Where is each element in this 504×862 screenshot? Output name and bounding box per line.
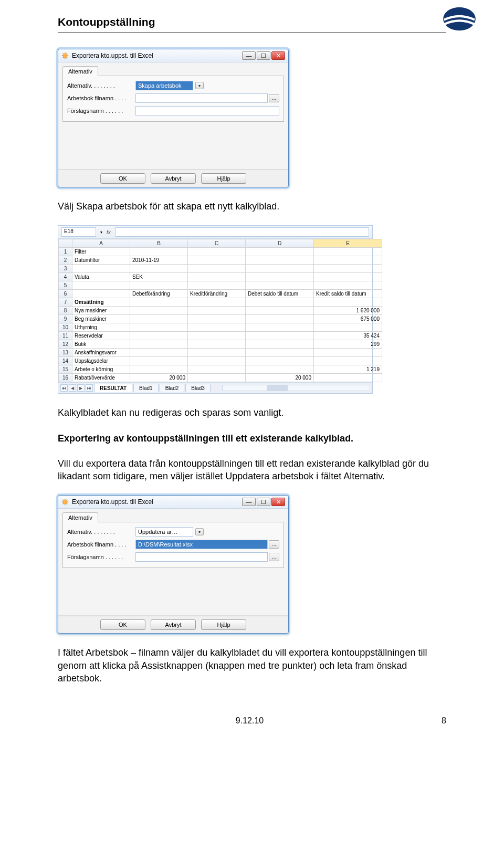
chevron-down-icon[interactable] (195, 528, 204, 535)
col-C[interactable]: C (188, 239, 246, 248)
svg-line-17 (63, 503, 64, 504)
help-button[interactable]: Hjälp (201, 619, 246, 630)
cancel-button[interactable]: Avbryt (151, 173, 196, 184)
svg-line-15 (63, 500, 64, 501)
dialog-titlebar[interactable]: Exportera kto.uppst. till Excel — ☐ ✕ (58, 496, 288, 509)
maximize-button[interactable]: ☐ (257, 51, 270, 60)
col-B[interactable]: B (130, 239, 188, 248)
close-button[interactable]: ✕ (271, 498, 285, 506)
wb-field[interactable] (135, 93, 268, 103)
ok-button[interactable]: OK (100, 619, 145, 630)
svg-line-9 (67, 54, 68, 55)
sheet-nav-last[interactable]: ⏭ (86, 384, 93, 392)
para-3: Vill du exportera data från kontouppstäl… (58, 457, 446, 483)
assist-button[interactable]: … (269, 540, 279, 549)
sheet-tab-1[interactable]: Blad1 (133, 384, 159, 392)
maximize-button[interactable]: ☐ (257, 498, 270, 506)
export-dialog-1: Exportera kto.uppst. till Excel — ☐ ✕ Al… (58, 49, 289, 187)
footer-date: 9.12.10 (236, 716, 264, 726)
minimize-button[interactable]: — (242, 51, 256, 60)
wb-field[interactable]: D:\DSM\Resultat.xlsx (135, 540, 268, 549)
sugg-field[interactable] (135, 106, 279, 115)
sugg-field[interactable] (135, 552, 268, 562)
sheet-tab-2[interactable]: Blad2 (160, 384, 185, 392)
select-all-corner[interactable] (59, 239, 72, 248)
alt-label: Alternativ. . . . . . . . (67, 529, 135, 535)
svg-line-8 (63, 57, 64, 58)
sheet-nav-prev[interactable]: ◀ (69, 384, 76, 392)
close-button[interactable]: ✕ (271, 51, 285, 60)
svg-line-6 (63, 54, 64, 55)
page-footer: 9.12.10 8 (58, 716, 446, 726)
dialog-titlebar[interactable]: Exportera kto.uppst. till Excel — ☐ ✕ (58, 49, 288, 62)
assist-button[interactable]: … (269, 553, 279, 561)
gear-icon (61, 52, 69, 59)
assist-button[interactable]: … (269, 94, 279, 102)
cancel-button[interactable]: Avbryt (151, 619, 196, 630)
svg-line-7 (67, 57, 68, 58)
col-A[interactable]: A (72, 239, 130, 248)
sheet-tab-3[interactable]: Blad3 (185, 384, 211, 392)
svg-line-18 (67, 500, 68, 501)
page-header: Kontouppställning (58, 16, 446, 33)
sugg-label: Förslagsnamn . . . . . . (67, 108, 135, 114)
company-logo (441, 6, 478, 31)
namebox-dropdown-icon[interactable]: ▾ (100, 230, 102, 235)
minimize-button[interactable]: — (242, 498, 256, 506)
tab-alternativ[interactable]: Alternativ (62, 66, 98, 76)
sheet-nav-next[interactable]: ▶ (77, 384, 85, 392)
chevron-down-icon[interactable] (195, 82, 204, 89)
alt-field[interactable]: Uppdatera ar… (135, 527, 193, 537)
fx-icon: fx (107, 229, 111, 235)
gear-icon (61, 498, 69, 506)
col-D[interactable]: D (246, 239, 314, 248)
spreadsheet: E18 ▾ fx A B C D E 1Filter 2Datumfilter2… (58, 225, 373, 394)
ok-button[interactable]: OK (100, 173, 145, 184)
heading-2: Exportering av kontouppställningen till … (58, 432, 446, 445)
export-dialog-2: Exportera kto.uppst. till Excel — ☐ ✕ Al… (58, 495, 289, 634)
sheet-tab-resultat[interactable]: RESULTAT (94, 384, 132, 392)
name-box[interactable]: E18 (61, 227, 96, 237)
alt-field[interactable]: Skapa arbetsbok (135, 81, 193, 90)
help-button[interactable]: Hjälp (201, 173, 246, 184)
tab-alternativ[interactable]: Alternativ (62, 512, 98, 522)
alt-label: Alternativ. . . . . . . . (67, 82, 135, 89)
wb-label: Arbetsbok filnamn . . . . (67, 541, 135, 548)
para-2: Kalkylbladet kan nu redigeras och sparas… (58, 406, 446, 419)
footer-page: 8 (442, 716, 446, 726)
sheet-nav-first[interactable]: ⏮ (60, 384, 68, 392)
svg-line-16 (67, 503, 68, 504)
formula-bar[interactable] (115, 227, 369, 237)
page-title: Kontouppställning (58, 16, 155, 28)
sugg-label: Förslagsnamn . . . . . . (67, 554, 135, 560)
excel-grid[interactable]: A B C D E 1Filter 2Datumfilter2010-11-19… (58, 239, 382, 382)
wb-label: Arbetsbok filnamn . . . . (67, 95, 135, 101)
dialog-title: Exportera kto.uppst. till Excel (72, 52, 242, 59)
h-scrollbar[interactable] (222, 385, 370, 391)
dialog-title: Exportera kto.uppst. till Excel (72, 498, 242, 506)
col-E[interactable]: E (314, 239, 382, 248)
para-1: Välj Skapa arbetsbok för att skapa ett n… (58, 200, 446, 213)
para-4: I fältet Arbetsbok – filnamn väljer du k… (58, 646, 446, 685)
